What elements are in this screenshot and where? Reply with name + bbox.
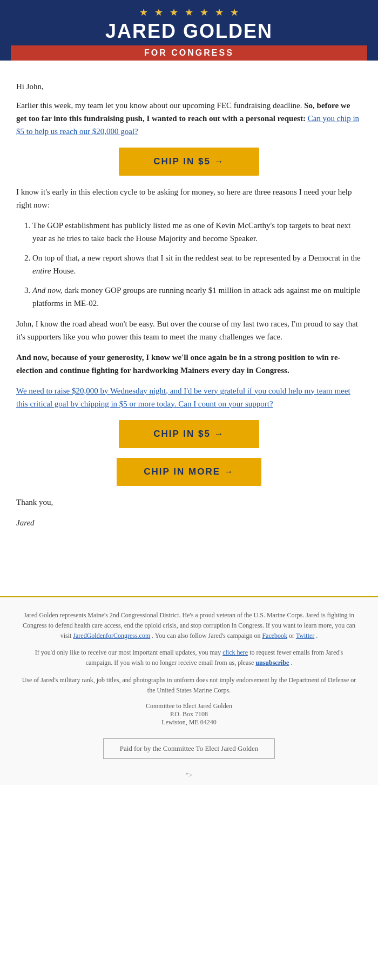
chip-in-5-button-bottom-container: CHIP IN $5 → xyxy=(16,420,362,448)
footer-unsubscribe-para: If you'd only like to receive our most i… xyxy=(22,648,356,668)
footer-website-link[interactable]: JaredGoldenforCongress.com xyxy=(73,632,150,639)
footer-po: P.O. Box 7108 xyxy=(22,710,356,718)
campaign-subtitle: FOR CONGRESS xyxy=(11,45,367,61)
paragraph-3: John, I know the road ahead won't be eas… xyxy=(16,317,362,343)
email-header: ★ ★ ★ ★ ★ ★ ★ JARED GOLDEN FOR CONGRESS xyxy=(0,0,378,61)
footer-city: Lewiston, ME 04240 xyxy=(22,718,356,726)
paragraph-4: And now, because of your generosity, I k… xyxy=(16,351,362,377)
paragraph-1: Earlier this week, my team let you know … xyxy=(16,99,362,138)
list-item-1: The GOP establishment has publicly liste… xyxy=(32,219,362,245)
paragraph-2: I know it's early in this election cycle… xyxy=(16,185,362,211)
paid-for-container: Paid for by the Committee To Elect Jared… xyxy=(22,734,356,766)
stars-row: ★ ★ ★ ★ ★ ★ ★ xyxy=(11,6,367,18)
star-1: ★ xyxy=(139,6,148,18)
footer: Jared Golden represents Maine's 2nd Cong… xyxy=(0,596,378,785)
footer-bio: Jared Golden represents Maine's 2nd Cong… xyxy=(22,610,356,642)
star-6: ★ xyxy=(215,6,224,18)
reasons-list: The GOP establishment has publicly liste… xyxy=(32,219,362,310)
footer-period: . xyxy=(316,632,318,639)
spacer xyxy=(16,537,362,580)
footer-or: or xyxy=(289,632,294,639)
footer-unsubscribe-pre: If you'd only like to receive our most i… xyxy=(35,649,221,656)
list-item-2-text: On top of that, a new report shows that … xyxy=(32,254,361,275)
star-3: ★ xyxy=(170,6,178,18)
footer-bio2: . You can also follow Jared's campaign o… xyxy=(152,632,260,639)
chip-in-5-button-bottom[interactable]: CHIP IN $5 → xyxy=(119,420,259,448)
list-item-3-text: And now, dark money GOP groups are runni… xyxy=(32,286,360,308)
footer-facebook-link[interactable]: Facebook xyxy=(262,632,287,639)
chip-in-5-button-top-container: CHIP IN $5 → xyxy=(16,148,362,176)
list-item-3: And now, dark money GOP groups are runni… xyxy=(32,284,362,310)
footer-committee: Committee to Elect Jared Golden xyxy=(22,702,356,710)
star-5: ★ xyxy=(200,6,208,18)
footer-click-here-link[interactable]: click here xyxy=(222,649,248,656)
paid-for-box: Paid for by the Committee To Elect Jared… xyxy=(103,738,275,759)
chip-in-more-button-container: CHIP IN MORE → xyxy=(16,458,362,486)
star-2: ★ xyxy=(154,6,163,18)
star-7: ★ xyxy=(230,6,239,18)
star-4: ★ xyxy=(185,6,193,18)
chip-in-5-button-top[interactable]: CHIP IN $5 → xyxy=(119,148,259,176)
p5-link[interactable]: We need to raise $20,000 by Wednesday ni… xyxy=(16,386,350,408)
footer-unsubscribe-end: . xyxy=(291,659,292,666)
signature: Jared xyxy=(16,516,362,529)
email-wrapper: ★ ★ ★ ★ ★ ★ ★ JARED GOLDEN FOR CONGRESS … xyxy=(0,0,378,980)
p1-plain: Earlier this week, my team let you know … xyxy=(16,101,302,110)
chip-in-more-button[interactable]: CHIP IN MORE → xyxy=(117,458,261,486)
footer-disclaimer: Use of Jared's military rank, job titles… xyxy=(22,675,356,696)
list-item-2: On top of that, a new report shows that … xyxy=(32,251,362,277)
list-item-1-text: The GOP establishment has publicly liste… xyxy=(32,221,350,243)
footer-unsubscribe-link[interactable]: unsubscribe xyxy=(255,659,289,666)
candidate-name: JARED GOLDEN xyxy=(11,21,367,42)
cursor-symbol: "> xyxy=(22,771,356,779)
footer-twitter-link[interactable]: Twitter xyxy=(296,632,314,639)
email-body: Hi John, Earlier this week, my team let … xyxy=(0,61,378,585)
thank-you: Thank you, xyxy=(16,496,362,509)
paragraph-5: We need to raise $20,000 by Wednesday ni… xyxy=(16,384,362,410)
greeting: Hi John, xyxy=(16,82,362,91)
footer-address: Committee to Elect Jared Golden P.O. Box… xyxy=(22,702,356,726)
